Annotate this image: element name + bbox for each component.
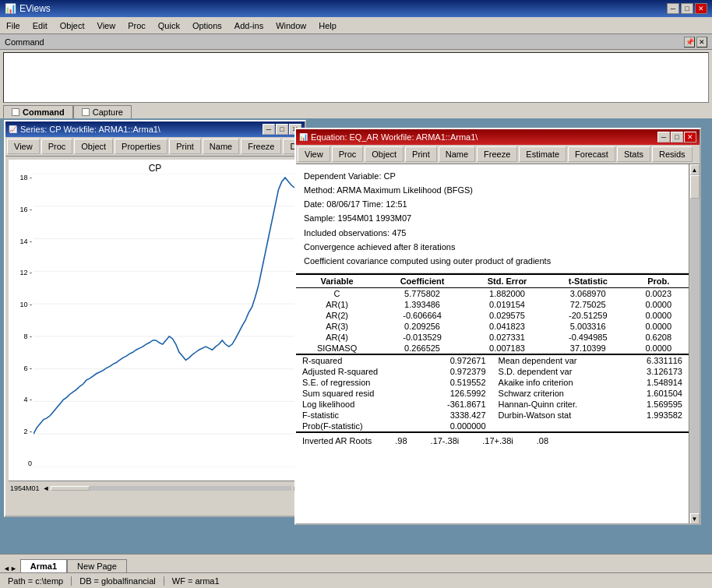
tab-scroll-left[interactable]: ◄ (3, 565, 10, 572)
menu-edit[interactable]: Edit (26, 19, 54, 32)
series-proc-btn[interactable]: Proc (41, 139, 73, 154)
stats-row: Adjusted R-squared 0.972379 S.D. depende… (296, 366, 689, 377)
command-bar-header: Command 📌 ✕ (0, 34, 712, 50)
series-view-btn[interactable]: View (7, 139, 40, 154)
eq-name-btn[interactable]: Name (439, 146, 475, 162)
app-icon: 📊 (5, 3, 16, 14)
scroll-thumb[interactable] (690, 175, 700, 199)
stats-row: Log likelihood -361.8671 Hannan-Quinn cr… (296, 399, 689, 410)
close-button[interactable]: ✕ (695, 3, 707, 14)
series-print-btn[interactable]: Print (169, 139, 201, 154)
tab-capture[interactable]: Capture (73, 105, 132, 118)
eq-restore-btn[interactable]: □ (671, 132, 683, 143)
eq-content-area: Dependent Variable: CP Method: ARMA Maxi… (296, 164, 700, 524)
eq-coefficient-table: Variable Coefficient Std. Error t-Statis… (296, 273, 689, 355)
series-window-title: Series: CP Workfile: ARMA1::Arma1\ (20, 125, 160, 134)
eq-print-btn[interactable]: Print (405, 146, 437, 162)
menu-object[interactable]: Object (54, 19, 91, 32)
eq-info-block: Dependent Variable: CP Method: ARMA Maxi… (296, 164, 689, 273)
eq-forecast-btn[interactable]: Forecast (568, 146, 615, 162)
minimize-button[interactable]: ─ (667, 3, 679, 14)
tabs-area: Command Capture (0, 105, 712, 118)
status-wf: WF = arma1 (164, 576, 227, 586)
menu-addins[interactable]: Add-ins (228, 19, 270, 32)
table-row: AR(3) 0.209256 0.041823 5.003316 0.0000 (296, 321, 689, 332)
eq-freeze-btn[interactable]: Freeze (477, 146, 517, 162)
command-close-button[interactable]: ✕ (696, 37, 707, 48)
scrollbar-thumb[interactable] (51, 486, 90, 491)
eq-toolbar: View Proc Object Print Name Freeze Estim… (296, 145, 700, 164)
scroll-up-btn[interactable]: ▲ (690, 164, 700, 175)
inverted-ar-roots-label: Inverted AR Roots (302, 436, 372, 445)
chart-scrollbar[interactable]: 1954M01 ◄ ► (9, 481, 301, 495)
eq-minimize-btn[interactable]: ─ (657, 132, 670, 143)
stats-row: F-statistic 3338.427 Durbin-Watson stat … (296, 410, 689, 421)
series-properties-btn[interactable]: Properties (115, 139, 167, 154)
status-bar: Path = c:\temp DB = globalfinancial WF =… (0, 572, 712, 588)
menu-options[interactable]: Options (186, 19, 228, 32)
menu-bar: File Edit Object View Proc Quick Options… (0, 17, 712, 34)
eq-window-title: Equation: EQ_AR Workfile: ARMA1::Arma1\ (311, 132, 478, 142)
command-bar-label: Command (5, 37, 44, 47)
tab-command[interactable]: Command (3, 105, 73, 118)
series-toolbar: View Proc Object Properties Print Name F… (5, 137, 305, 157)
tab-new-page[interactable]: New Page (67, 559, 127, 572)
eq-window-titlebar: 📊 Equation: EQ_AR Workfile: ARMA1::Arma1… (296, 129, 700, 145)
eq-info-line-2: Method: ARMA Maximum Likelihood (BFGS) (304, 183, 681, 197)
command-textarea[interactable] (4, 53, 708, 102)
stats-row: Prob(F-statistic) 0.000000 (296, 421, 689, 432)
eq-object-btn[interactable]: Object (365, 146, 404, 162)
eq-view-btn[interactable]: View (298, 146, 330, 162)
eq-proc-btn[interactable]: Proc (332, 146, 364, 162)
bottom-nav: ◄ ► (3, 565, 17, 572)
table-row: C 5.775802 1.882000 3.068970 0.0023 (296, 287, 689, 299)
series-name-btn[interactable]: Name (203, 139, 239, 154)
chart-title: CP (9, 160, 301, 175)
tab-command-icon (12, 108, 19, 116)
menu-proc[interactable]: Proc (122, 19, 152, 32)
series-object-btn[interactable]: Object (74, 139, 113, 154)
window-controls: ─ □ ✕ (667, 3, 707, 14)
eq-info-line-3: Date: 08/06/17 Time: 12:51 (304, 197, 681, 211)
tab-arma1[interactable]: Arma1 (20, 559, 67, 572)
col-header-coefficient: Coefficient (378, 274, 467, 288)
tab-scroll-right[interactable]: ► (10, 565, 17, 572)
scrollbar-track[interactable] (51, 486, 291, 491)
maximize-button[interactable]: □ (681, 3, 693, 14)
ar-root-3: .17+.38i (482, 436, 513, 445)
eq-scrollbar[interactable]: ▲ ▼ (689, 164, 700, 524)
menu-window[interactable]: Window (270, 19, 312, 32)
tab-capture-label: Capture (93, 107, 123, 117)
command-input-area[interactable] (3, 52, 709, 103)
col-header-prob: Prob. (628, 274, 689, 288)
scroll-left-btn[interactable]: ◄ (43, 484, 50, 492)
series-freeze-btn[interactable]: Freeze (241, 139, 281, 154)
eq-stats-btn[interactable]: Stats (617, 146, 650, 162)
title-bar: 📊 EViews ─ □ ✕ (0, 0, 712, 17)
series-minimize-btn[interactable]: ─ (263, 124, 275, 135)
y-axis: 18 - 16 - 14 - 12 - 10 - 8 - 6 - 4 - 2 -… (10, 174, 32, 467)
series-window: 📈 Series: CP Workfile: ARMA1::Arma1\ ─ □… (4, 120, 306, 517)
scroll-down-btn[interactable]: ▼ (690, 513, 700, 524)
menu-file[interactable]: File (0, 19, 26, 32)
eq-info-line-7: Coefficient covariance computed using ou… (304, 254, 681, 268)
eq-resids-btn[interactable]: Resids (652, 146, 693, 162)
ar-root-2: .17-.38i (431, 436, 460, 445)
menu-quick[interactable]: Quick (152, 19, 186, 32)
equation-window: 📊 Equation: EQ_AR Workfile: ARMA1::Arma1… (294, 128, 701, 525)
series-restore-btn[interactable]: □ (276, 124, 288, 135)
eq-stats-table: R-squared 0.972671 Mean dependent var 6.… (296, 355, 689, 433)
eq-close-btn[interactable]: ✕ (684, 132, 696, 143)
menu-view[interactable]: View (91, 19, 122, 32)
command-pin-button[interactable]: 📌 (684, 37, 695, 48)
scroll-track[interactable] (690, 175, 700, 513)
col-header-variable: Variable (296, 274, 378, 288)
app-title: EViews (19, 3, 51, 14)
status-path: Path = c:\temp (0, 576, 72, 586)
stats-row: S.E. of regression 0.519552 Akaike info … (296, 377, 689, 388)
ar-root-4: .08 (537, 436, 548, 445)
series-chart: CP 18 - 16 - 14 - 12 - 10 - 8 - 6 - 4 - … (9, 160, 301, 495)
table-row: AR(1) 1.393486 0.019154 72.75025 0.0000 (296, 299, 689, 310)
eq-estimate-btn[interactable]: Estimate (519, 146, 566, 162)
menu-help[interactable]: Help (312, 19, 343, 32)
